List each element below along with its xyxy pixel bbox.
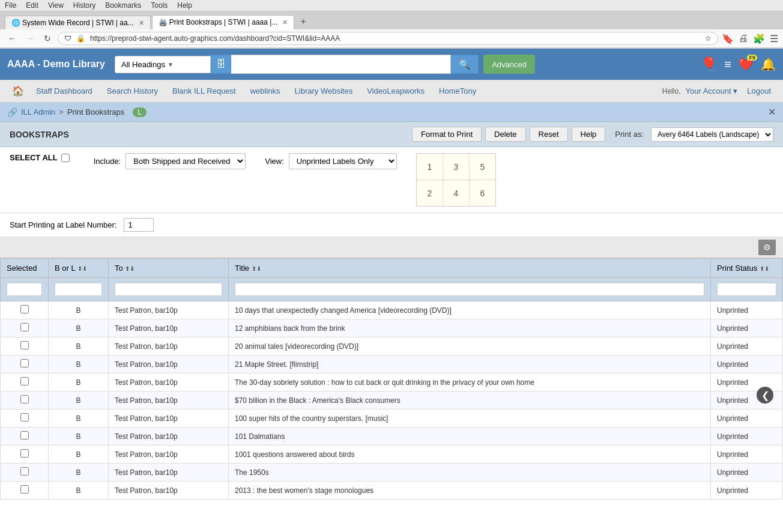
new-tab-button[interactable]: + [295,14,310,29]
sort-to[interactable]: ⬆⬇ [125,265,135,272]
bookstraps-title: BOOKSTRAPS [10,130,412,139]
nav-staff-dashboard[interactable]: Staff Dashboard [29,82,100,100]
cell-selected-6 [1,410,49,428]
cell-status-4: Unprinted [711,373,783,391]
cell-title-4: The 30-day sobriety solution : how to cu… [229,373,711,391]
menu-tools[interactable]: Tools [151,1,168,10]
row-checkbox-0[interactable] [20,305,29,313]
heart-icon[interactable]: ❤️F9 [739,57,754,71]
print-as-area: Print as: Avery 6464 Labels (Landscape) … [615,127,773,142]
col-header-title[interactable]: Title ⬆⬇ [229,259,711,278]
advanced-button[interactable]: Advanced [483,55,535,74]
row-checkbox-6[interactable] [20,413,29,422]
menu-bookmarks[interactable]: Bookmarks [105,1,141,10]
cell-title-9: The 1950s [229,464,711,482]
filter-input-selected[interactable] [7,283,42,296]
bookmark-btn[interactable]: 🔖 [722,33,734,44]
col-header-to[interactable]: To ⬆⬇ [109,259,229,278]
filter-to [109,278,229,301]
tab-print-bookstraps[interactable]: 🖨️ Print Bookstraps | STWI | aaaa |... ✕ [152,15,295,29]
search-button[interactable]: 🔍 [451,55,479,74]
nav-library-websites[interactable]: Library Websites [288,82,360,100]
breadcrumb-ill-admin[interactable]: ILL Admin [21,107,55,116]
header-buttons: Format to Print Delete Reset Help [412,127,605,142]
menu-view[interactable]: View [48,1,64,10]
reload-button[interactable]: ↻ [41,32,54,44]
nav-hometony[interactable]: HomeTony [432,82,483,100]
row-checkbox-1[interactable] [20,323,29,331]
close-icon[interactable]: ✕ [768,106,776,118]
print-as-select[interactable]: Avery 6464 Labels (Landscape) Avery 5160… [651,127,773,142]
filter-input-title[interactable] [235,283,704,296]
filter-input-borl[interactable] [55,283,102,296]
cell-title-6: 100 super hits of the country superstars… [229,410,711,428]
col-header-status[interactable]: Print Status ⬆⬇ [711,259,783,278]
gear-button[interactable]: ⚙ [758,240,776,255]
list-icon[interactable]: ≡ [724,58,731,71]
nav-videoleapworks[interactable]: VideoLeapworks [360,82,432,100]
tab-system-wide[interactable]: 🌐 System Wide Record | STWI | aa... ✕ [5,16,151,29]
include-select[interactable]: Both Shipped and Received Shipped Only R… [125,153,246,169]
row-checkbox-9[interactable] [20,467,29,476]
heart-badge: F9 [747,55,757,61]
reset-button[interactable]: Reset [530,127,568,142]
filter-input-to[interactable] [115,283,222,296]
filter-input-status[interactable] [717,283,776,296]
row-checkbox-2[interactable] [20,341,29,349]
row-checkbox-3[interactable] [20,359,29,367]
cell-to-8: Test Patron, bar10p [109,446,229,464]
controls-row: SELECT ALL Include: Both Shipped and Rec… [0,147,783,213]
row-checkbox-4[interactable] [20,377,29,385]
menu-edit[interactable]: Edit [26,1,38,10]
cell-to-7: Test Patron, bar10p [109,428,229,446]
sort-status[interactable]: ⬆⬇ [760,265,769,272]
home-icon[interactable]: 🏠 [7,80,29,101]
search-area: All Headings ▼ 🗄 🔍 Advanced [115,55,535,74]
forward-button[interactable]: → [23,32,37,44]
back-nav-arrow[interactable]: ❮ [757,387,773,404]
sort-borl[interactable]: ⬆⬇ [77,265,87,272]
star-icon[interactable]: ☆ [705,34,712,43]
address-text[interactable]: https://preprod-stwi-agent.auto-graphics… [90,34,700,43]
filter-title [229,278,711,301]
menu-history[interactable]: History [73,1,95,10]
app-title: AAAA - Demo Library [7,59,105,70]
settings-row: ⚙ [0,237,783,258]
help-button[interactable]: Help [572,127,606,142]
select-all-area: SELECT ALL [10,153,70,162]
col-header-borl[interactable]: B or L ⬆⬇ [49,259,109,278]
logout-button[interactable]: Logout [742,84,776,98]
table-row: B Test Patron, bar10p 1001 questions ans… [1,446,783,464]
nav-search-history[interactable]: Search History [100,82,165,100]
print-btn[interactable]: 🖨 [739,33,748,44]
delete-button[interactable]: Delete [485,127,526,142]
sort-title[interactable]: ⬆⬇ [252,265,261,272]
col-header-selected[interactable]: Selected [1,259,49,278]
cell-to-5: Test Patron, bar10p [109,391,229,410]
db-icon[interactable]: 🗄 [211,55,231,74]
cell-status-6: Unprinted [711,410,783,428]
row-checkbox-5[interactable] [20,395,29,404]
row-checkbox-10[interactable] [20,485,29,494]
extension-btn[interactable]: 🧩 [753,33,765,44]
browser-actions: 🔖 🖨 🧩 ☰ [722,33,778,44]
view-select[interactable]: Unprinted Labels Only All Labels Printed… [289,153,397,169]
format-to-print-button[interactable]: Format to Print [412,127,482,142]
nav-weblinks[interactable]: weblinks [243,82,288,100]
nav-blank-ill[interactable]: Blank ILL Request [165,82,243,100]
tab-close-1[interactable]: ✕ [139,19,144,27]
balloon-icon[interactable]: 🎈 [701,56,717,72]
headings-dropdown[interactable]: All Headings ▼ [115,56,211,73]
back-button[interactable]: ← [5,32,19,44]
bell-icon[interactable]: 🔔 [761,57,776,71]
row-checkbox-8[interactable] [20,449,29,458]
menu-help[interactable]: Help [177,1,192,10]
row-checkbox-7[interactable] [20,431,29,440]
start-printing-input[interactable]: 1 [124,218,154,232]
search-input[interactable] [231,55,451,74]
select-all-checkbox[interactable] [61,154,70,162]
your-account-button[interactable]: Your Account ▾ [685,86,737,95]
tab-close-2[interactable]: ✕ [282,19,288,26]
menu-file[interactable]: File [5,1,16,10]
menu-btn[interactable]: ☰ [770,33,778,44]
